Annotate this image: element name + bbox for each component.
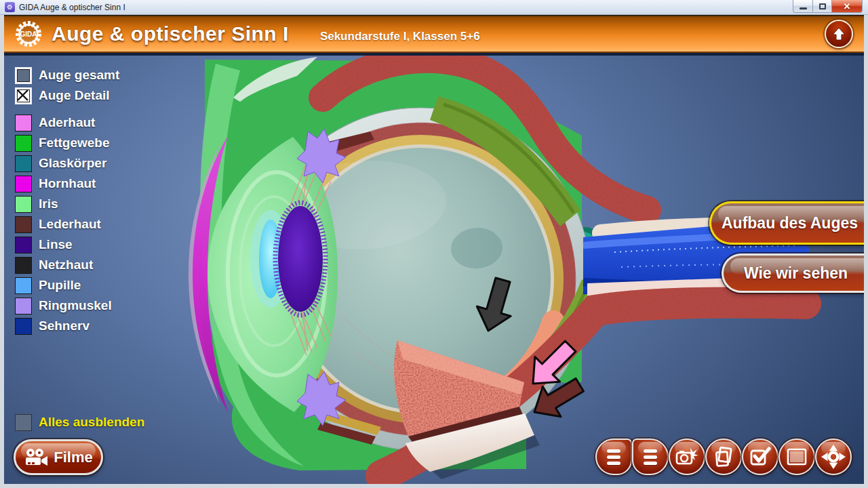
up-arrow-button[interactable] — [825, 20, 853, 48]
pupille-swatch[interactable] — [15, 277, 32, 294]
legend-item-netzhaut[interactable]: Netzhaut — [15, 255, 119, 275]
auge-detail-checkbox[interactable] — [15, 87, 32, 104]
app-header: GIDA Auge & optischer Sinn I Sekundarstu… — [4, 15, 864, 53]
maximize-button[interactable] — [812, 0, 832, 13]
toggle-label: Auge gesamt — [39, 68, 119, 83]
legend-item-iris[interactable]: Iris — [15, 194, 119, 214]
hide-all-label: Alles ausblenden — [39, 415, 144, 430]
aderhaut-swatch[interactable] — [15, 115, 32, 131]
toolbar-button-menu-right[interactable] — [632, 439, 669, 475]
toolbar-button-copy[interactable] — [705, 439, 742, 475]
toolbar-button-frame[interactable] — [778, 439, 815, 475]
toggle-auge-gesamt[interactable]: Auge gesamt — [15, 65, 119, 85]
chapter-button-sehen[interactable]: Wie wir sehen — [722, 253, 864, 293]
checkbox-x-mark — [17, 89, 28, 101]
minimize-button[interactable] — [793, 0, 812, 13]
hide-all-checkbox[interactable] — [15, 414, 32, 431]
toolbar-button-snapshot[interactable] — [669, 439, 705, 475]
legend-item-ringmuskel[interactable]: Ringmuskel — [15, 296, 119, 316]
chapter-button-aufbau[interactable]: Aufbau des Auges — [709, 201, 864, 245]
close-icon: ✕ — [844, 2, 851, 11]
window-title: GIDA Auge & optischer Sinn I — [19, 3, 125, 12]
films-button[interactable]: Filme — [14, 439, 103, 475]
gida-logo-text: GIDA — [20, 30, 37, 38]
film-projector-icon — [24, 448, 48, 467]
close-button[interactable]: ✕ — [832, 0, 863, 13]
chapter-button-label: Wie wir sehen — [744, 264, 848, 283]
main-stage: Auge gesamt Auge Detail Aderhaut — [4, 56, 864, 484]
screen-frame-icon — [786, 447, 808, 466]
snapshot-camera-icon — [675, 447, 698, 467]
app-icon: ⚙ — [5, 2, 15, 12]
maximize-icon — [819, 3, 826, 9]
iris-swatch[interactable] — [15, 196, 32, 213]
window-controls: ✕ — [793, 0, 863, 13]
linse-swatch[interactable] — [15, 237, 32, 253]
application-window: ⚙ GIDA Auge & optischer Sinn I ✕ GIDA Au… — [0, 0, 868, 488]
bottom-toolbar — [595, 439, 852, 475]
chapter-button-label: Aufbau des Auges — [722, 214, 858, 232]
legend-item-sehnerv[interactable]: Sehnerv — [15, 316, 119, 336]
sehnerv-swatch[interactable] — [15, 318, 32, 335]
lederhaut-swatch[interactable] — [15, 216, 32, 233]
hornhaut-swatch[interactable] — [15, 176, 32, 192]
ringmuskel-swatch[interactable] — [15, 298, 32, 314]
hide-all-toggle[interactable]: Alles ausblenden — [15, 412, 144, 432]
pan-move-icon — [821, 444, 846, 470]
fettgewebe-swatch[interactable] — [15, 135, 32, 152]
up-arrow-icon — [831, 26, 846, 41]
toggle-label: Auge Detail — [39, 88, 110, 103]
legend-item-fettgewebe[interactable]: Fettgewebe — [15, 133, 119, 153]
app-subtitle: Sekundarstufe I, Klassen 5+6 — [320, 30, 480, 43]
gida-gear-logo: GIDA — [14, 19, 43, 49]
toolbar-button-select[interactable] — [742, 439, 778, 475]
window-frame: GIDA Auge & optischer Sinn I Sekundarstu… — [0, 15, 868, 488]
checkbox-select-icon — [749, 447, 771, 467]
auge-gesamt-checkbox[interactable] — [15, 67, 32, 84]
legend-item-glaskoerper[interactable]: Glaskörper — [15, 153, 119, 174]
toolbar-button-pan[interactable] — [815, 439, 852, 475]
window-titlebar: ⚙ GIDA Auge & optischer Sinn I ✕ — [0, 0, 868, 15]
glaskoerper-swatch[interactable] — [15, 155, 32, 172]
copy-pages-icon — [713, 446, 734, 468]
toolbar-button-menu-left[interactable] — [595, 439, 632, 475]
legend-item-aderhaut[interactable]: Aderhaut — [15, 113, 119, 133]
menu-list-left-icon — [607, 449, 620, 465]
legend-item-pupille[interactable]: Pupille — [15, 275, 119, 296]
linse-ellipse — [278, 206, 323, 312]
legend-item-linse[interactable]: Linse — [15, 235, 119, 255]
toggle-auge-detail[interactable]: Auge Detail — [15, 85, 119, 106]
minimize-icon — [800, 7, 807, 9]
netzhaut-swatch[interactable] — [15, 257, 32, 274]
films-button-label: Filme — [54, 449, 92, 466]
legend-item-hornhaut[interactable]: Hornhaut — [15, 174, 119, 194]
menu-list-right-icon — [644, 449, 657, 465]
layer-legend: Auge gesamt Auge Detail Aderhaut — [15, 65, 119, 336]
app-title: Auge & optischer Sinn I — [52, 22, 289, 45]
legend-item-lederhaut[interactable]: Lederhaut — [15, 214, 119, 235]
